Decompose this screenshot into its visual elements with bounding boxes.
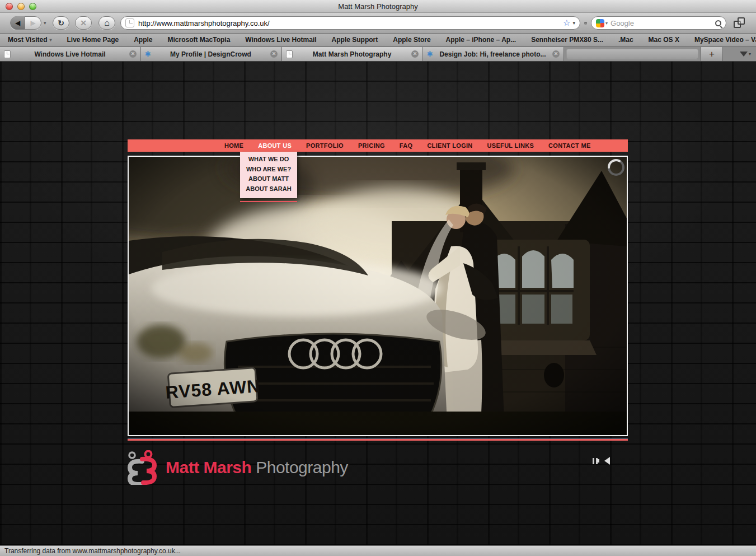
tab-list-icon: [740, 52, 748, 57]
close-tab-icon[interactable]: ✕: [129, 50, 137, 58]
status-text: Transferring data from www.mattmarshphot…: [4, 547, 181, 555]
nav-item-contact-me[interactable]: CONTACT ME: [541, 139, 598, 152]
window-titlebar: Matt Marsh Photography: [0, 0, 756, 13]
nav-item-faq[interactable]: FAQ: [392, 139, 420, 152]
hero-photo-frame: RV58 AWN: [128, 156, 628, 436]
close-tab-icon[interactable]: ✕: [411, 50, 419, 58]
tab-design-job[interactable]: ✱ Design Job: Hi, freelance photo... ✕: [423, 47, 564, 61]
nav-item-client-login[interactable]: CLIENT LOGIN: [420, 139, 480, 152]
slideshow-controls: [593, 457, 610, 465]
bookmark-item[interactable]: .Mac: [618, 36, 633, 44]
close-window-button[interactable]: [6, 3, 13, 10]
dropdown-item-about-sarah[interactable]: ABOUT SARAH: [240, 184, 297, 194]
history-nav-cluster: ◀ ▶: [10, 16, 41, 30]
speaker-icon[interactable]: [604, 457, 610, 465]
bookmarks-bar: Most Visited ▾ Live Home Page Apple Micr…: [0, 34, 756, 46]
nav-item-portfolio[interactable]: PORTFOLIO: [299, 139, 351, 152]
bookmark-item[interactable]: Sennheiser PMX80 S...: [531, 36, 603, 44]
toolbar-separator-dot: [584, 22, 587, 25]
bookmark-star-icon[interactable]: ☆: [563, 18, 570, 28]
url-input[interactable]: [138, 19, 563, 27]
nav-item-useful-links[interactable]: USEFUL LINKS: [480, 139, 541, 152]
tab-matt-marsh-photography[interactable]: Matt Marsh Photography ✕: [282, 47, 423, 61]
url-dropdown-caret-icon[interactable]: ▾: [572, 20, 575, 26]
bookmark-item[interactable]: Microsoft MacTopia: [168, 36, 231, 44]
site-container: HOME ABOUT US PORTFOLIO PRICING FAQ CLIE…: [128, 62, 628, 545]
nav-item-home[interactable]: HOME: [217, 139, 251, 152]
logo-text: Matt Marsh Photography: [166, 458, 348, 477]
site-logo[interactable]: Matt Marsh Photography: [125, 450, 348, 485]
tab-designcrowd-profile[interactable]: ✱ My Profile | DesignCrowd ✕: [141, 47, 282, 61]
browser-toolbar: ◀ ▶ ▾ ↻ ✕ ⌂ ☆ ▾ ▾: [0, 13, 756, 34]
logo-mark-icon: [125, 450, 160, 485]
logo-name: Matt Marsh: [166, 458, 251, 476]
minimize-window-button[interactable]: [17, 3, 25, 10]
engine-dropdown-caret-icon[interactable]: ▾: [605, 21, 608, 26]
dropdown-item-what-we-do[interactable]: WHAT WE DO: [240, 155, 297, 165]
bookmark-item[interactable]: Windows Live Hotmail: [245, 36, 316, 44]
url-bar[interactable]: ☆ ▾: [120, 16, 580, 30]
google-engine-icon[interactable]: [596, 19, 604, 27]
bookmark-item[interactable]: MySpace Video – Va...: [694, 36, 756, 44]
page-favicon-icon: [4, 50, 11, 58]
bookmark-item[interactable]: Apple Store: [393, 36, 430, 44]
bookmark-item[interactable]: Mac OS X: [649, 36, 679, 44]
dropdown-item-about-matt[interactable]: ABOUT MATT: [240, 174, 297, 184]
page-favicon-icon: [286, 50, 293, 58]
bookmark-most-visited[interactable]: Most Visited ▾: [8, 36, 51, 44]
close-tab-icon[interactable]: ✕: [552, 50, 560, 58]
back-button[interactable]: ◀: [11, 16, 25, 30]
search-input[interactable]: [611, 19, 715, 27]
tab-overview-button[interactable]: [734, 17, 746, 29]
footer-accent-line: [128, 438, 628, 441]
chevron-down-icon: ▾: [49, 38, 51, 43]
page-favicon-icon: [125, 18, 134, 27]
bookmark-item[interactable]: Apple – iPhone – Ap...: [446, 36, 516, 44]
designcrowd-favicon-icon: ✱: [145, 50, 151, 58]
browser-window: Matt Marsh Photography ◀ ▶ ▾ ↻ ✕ ⌂ ☆ ▾ ▾: [0, 0, 756, 556]
search-icon[interactable]: [715, 20, 721, 26]
hero-photo: RV58 AWN: [129, 157, 627, 435]
forward-button[interactable]: ▶: [25, 19, 41, 27]
bookmark-item[interactable]: Apple: [134, 36, 152, 44]
window-controls: [6, 3, 36, 10]
dropdown-item-who-are-we[interactable]: WHO ARE WE?: [240, 165, 297, 175]
search-bar[interactable]: ▾: [591, 16, 726, 30]
site-main-nav: HOME ABOUT US PORTFOLIO PRICING FAQ CLIE…: [128, 139, 628, 152]
stop-button[interactable]: ✕: [75, 16, 92, 30]
bookmark-item[interactable]: Apple Support: [332, 36, 378, 44]
designcrowd-favicon-icon: ✱: [427, 50, 433, 58]
status-bar: Transferring data from www.mattmarshphot…: [0, 545, 756, 556]
reload-button[interactable]: ↻: [53, 16, 69, 30]
tab-bar: Windows Live Hotmail ✕ ✱ My Profile | De…: [0, 47, 756, 62]
dropdown-accent-line: [240, 201, 297, 202]
nav-item-pricing[interactable]: PRICING: [351, 139, 392, 152]
loading-ghost-tab[interactable]: [566, 49, 698, 59]
history-dropdown-caret-icon[interactable]: ▾: [44, 20, 46, 26]
bookmark-item[interactable]: Live Home Page: [67, 36, 119, 44]
zoom-window-button[interactable]: [29, 3, 36, 10]
chevron-down-icon: ▾: [749, 52, 751, 57]
nav-item-about-us[interactable]: ABOUT US: [251, 139, 299, 152]
about-us-dropdown-menu: WHAT WE DO WHO ARE WE? ABOUT MATT ABOUT …: [240, 152, 297, 198]
window-title: Matt Marsh Photography: [0, 2, 756, 11]
logo-suffix: Photography: [256, 458, 348, 476]
page-content-brick-background: HOME ABOUT US PORTFOLIO PRICING FAQ CLIE…: [0, 62, 756, 545]
tab-windows-live-hotmail[interactable]: Windows Live Hotmail ✕: [0, 47, 141, 61]
home-button[interactable]: ⌂: [98, 16, 115, 30]
tab-list-button[interactable]: ▾: [735, 47, 756, 61]
new-tab-button[interactable]: +: [701, 47, 723, 61]
close-tab-icon[interactable]: ✕: [270, 50, 278, 58]
